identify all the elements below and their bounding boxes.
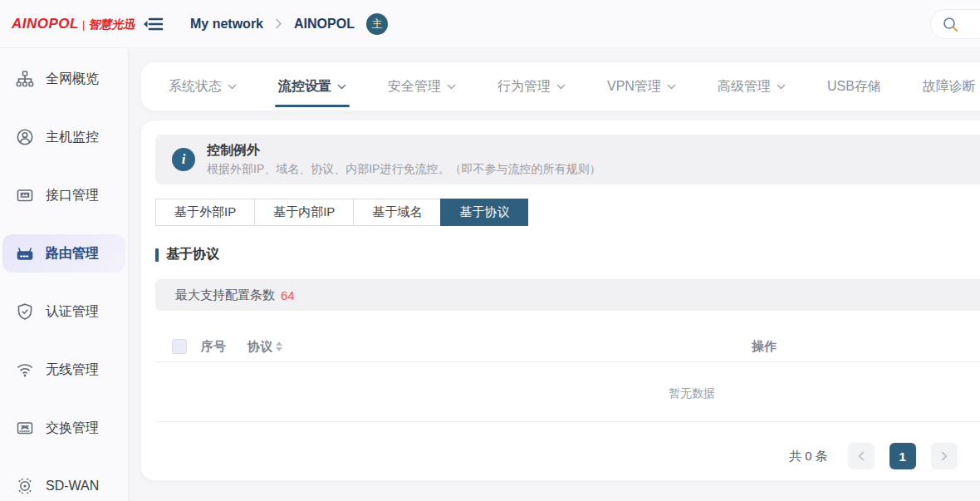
table-empty-row: 暂无数据 [155, 362, 980, 422]
breadcrumb-root[interactable]: My network [190, 17, 263, 32]
search-icon [943, 17, 958, 32]
info-icon: i [172, 148, 195, 171]
sidebar-item-label: 路由管理 [46, 245, 99, 263]
sidebar-item-auth-mgmt[interactable]: 认证管理 [2, 292, 125, 331]
tab-label: USB存储 [827, 78, 881, 96]
shield-check-icon [16, 302, 34, 321]
topology-icon [16, 70, 34, 88]
max-config-value: 64 [281, 288, 295, 302]
info-texts: 控制例外 根据外部IP、域名、协议、内部IP进行免流控。（即不参与流控的所有规则… [207, 142, 600, 177]
sidebar-nav: 全网概览 主机监控 接口管理 路由管理 认证管理 [0, 48, 129, 501]
interface-icon [16, 186, 34, 204]
prev-page-button[interactable] [848, 443, 875, 469]
chevron-down-icon [777, 84, 786, 90]
breadcrumb-current[interactable]: AINOPOL [294, 17, 355, 32]
brand-logo-subtext: 智慧光迅 [88, 17, 135, 32]
sort-desc-icon [276, 347, 282, 351]
sidebar-fold-icon[interactable] [142, 15, 164, 33]
column-protocol: 协议 [247, 339, 282, 355]
select-all-cell [155, 339, 201, 354]
segment-protocol[interactable]: 基于协议 [440, 199, 528, 226]
tab-label: 行为管理 [497, 78, 551, 96]
tab-security-mgmt[interactable]: 安全管理 [388, 62, 456, 111]
rule-type-segments: 基于外部IP 基于内部IP 基于域名 基于协议 [155, 199, 980, 226]
tab-diagnostics[interactable]: 故障诊断 [923, 62, 980, 111]
sidebar-item-host-monitor[interactable]: 主机监控 [2, 118, 125, 156]
module-tabbar: 系统状态 流控设置 安全管理 行为管理 VPN管理 高级管理 USB存储 故障诊… [141, 62, 980, 111]
select-all-checkbox[interactable] [172, 339, 187, 354]
tab-usb-storage[interactable]: USB存储 [827, 62, 881, 111]
chevron-down-icon [556, 84, 566, 90]
host-monitor-icon [16, 128, 34, 146]
page-1-button[interactable]: 1 [889, 443, 916, 469]
sidebar-item-label: 主机监控 [46, 129, 99, 146]
sidebar-item-interface-mgmt[interactable]: 接口管理 [2, 176, 125, 214]
breadcrumb: My network AINOPOL 主 [190, 13, 388, 35]
tab-flow-control[interactable]: 流控设置 [278, 62, 346, 111]
info-description: 根据外部IP、域名、协议、内部IP进行免流控。（即不参与流控的所有规则） [207, 162, 600, 177]
search-button[interactable] [930, 9, 980, 39]
segment-domain[interactable]: 基于域名 [353, 199, 441, 226]
tab-behavior-mgmt[interactable]: 行为管理 [497, 62, 566, 111]
tab-label: 故障诊断 [923, 78, 976, 96]
max-config-label: 最大支持配置条数 [175, 287, 275, 303]
sidebar-item-network-overview[interactable]: 全网概览 [2, 60, 125, 98]
sidebar-item-label: SD-WAN [46, 479, 99, 494]
router-icon [16, 244, 34, 263]
table-header-row: 序号 协议 操作 [155, 332, 980, 362]
sort-icon[interactable] [276, 341, 282, 351]
chevron-down-icon [228, 84, 237, 90]
sort-asc-icon [276, 341, 282, 346]
tab-label: 系统状态 [169, 78, 222, 96]
tab-label: 安全管理 [388, 78, 441, 96]
column-protocol-label: 协议 [247, 339, 272, 355]
section-title: 基于协议 [166, 246, 219, 263]
pagination-total: 共 0 条 [789, 449, 828, 464]
brand-logo: AINOPOL | 智慧光迅 [0, 16, 129, 32]
chevron-right-icon [941, 451, 948, 461]
sidebar-item-wireless-mgmt[interactable]: 无线管理 [2, 351, 125, 389]
sidebar-item-label: 交换管理 [46, 420, 99, 437]
column-action: 操作 [752, 339, 777, 355]
info-title: 控制例外 [207, 142, 600, 160]
section-accent-bar [155, 248, 159, 262]
content-panel: i 控制例外 根据外部IP、域名、协议、内部IP进行免流控。（即不参与流控的所有… [141, 120, 980, 480]
chevron-down-icon [447, 84, 456, 90]
max-config-banner: 最大支持配置条数 64 [155, 279, 980, 311]
brand-logo-text: AINOPOL [12, 16, 79, 32]
switch-icon [16, 419, 34, 437]
tab-system-status[interactable]: 系统状态 [169, 62, 237, 111]
empty-data-text: 暂无数据 [669, 386, 715, 401]
top-header: AINOPOL | 智慧光迅 My network AINOPOL 主 [0, 0, 980, 48]
chevron-down-icon [667, 84, 676, 90]
breadcrumb-chevron-icon [275, 18, 282, 29]
brand-logo-separator: | [82, 18, 85, 31]
chevron-left-icon [858, 451, 865, 461]
sidebar-item-route-mgmt[interactable]: 路由管理 [2, 234, 125, 273]
segment-internal-ip[interactable]: 基于内部IP [254, 199, 354, 226]
control-exception-info-box: i 控制例外 根据外部IP、域名、协议、内部IP进行免流控。（即不参与流控的所有… [155, 135, 980, 184]
chevron-down-icon [337, 84, 346, 90]
sidebar-item-label: 无线管理 [46, 361, 99, 379]
tab-advanced-mgmt[interactable]: 高级管理 [718, 62, 786, 111]
sdwan-icon [16, 477, 34, 495]
pagination: 共 0 条 1 [789, 443, 958, 469]
column-seq: 序号 [201, 339, 247, 355]
sidebar-item-label: 全网概览 [46, 71, 99, 88]
segment-external-ip[interactable]: 基于外部IP [155, 199, 255, 226]
tab-label: 高级管理 [718, 78, 771, 96]
tab-vpn-mgmt[interactable]: VPN管理 [607, 62, 676, 111]
sidebar-item-switch-mgmt[interactable]: 交换管理 [2, 409, 125, 447]
section-header: 基于协议 [155, 246, 980, 263]
sidebar-item-label: 接口管理 [46, 187, 99, 204]
sidebar-item-label: 认证管理 [46, 303, 99, 321]
tab-label: 流控设置 [278, 78, 331, 96]
wifi-icon [16, 361, 34, 379]
main-device-badge: 主 [366, 13, 388, 35]
tab-label: VPN管理 [607, 78, 661, 96]
sidebar-item-sdwan[interactable]: SD-WAN [2, 467, 125, 501]
next-page-button[interactable] [931, 443, 958, 469]
